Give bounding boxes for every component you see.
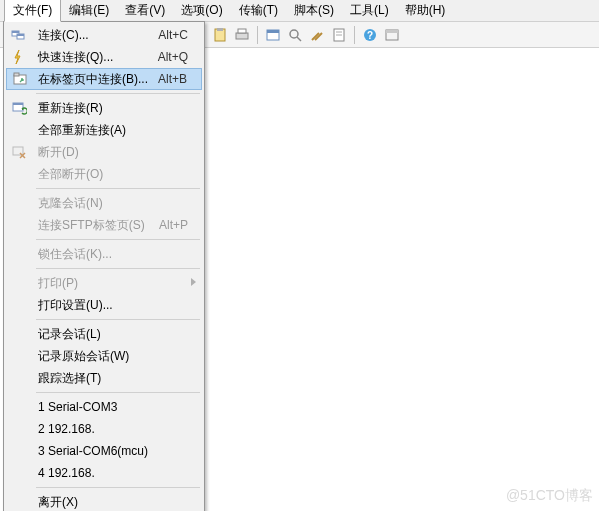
menu-transfer[interactable]: 传输(T) — [231, 0, 286, 21]
menu-edit[interactable]: 编辑(E) — [61, 0, 117, 21]
menu-item-label: 4 192.168. — [32, 466, 202, 480]
toolbar-paste-icon[interactable] — [210, 25, 230, 45]
menu-icon-empty — [6, 491, 32, 511]
menu-icon-empty — [6, 396, 32, 418]
menu-item-shortcut: Alt+Q — [158, 50, 202, 64]
toolbar-settings-icon[interactable] — [307, 25, 327, 45]
toolbar-find-icon[interactable] — [285, 25, 305, 45]
menu-separator — [36, 319, 200, 320]
menu-icon-empty — [6, 243, 32, 265]
menu-options[interactable]: 选项(O) — [173, 0, 230, 21]
menu-item[interactable]: 打印设置(U)... — [6, 294, 202, 316]
svg-rect-2 — [236, 33, 248, 39]
menu-item: 打印(P) — [6, 272, 202, 294]
svg-line-7 — [297, 37, 301, 41]
disconnect-icon — [6, 141, 32, 163]
toolbar-sep — [257, 26, 258, 44]
menu-item[interactable]: 离开(X) — [6, 491, 202, 511]
menu-item-shortcut: Alt+C — [158, 28, 202, 42]
svg-point-6 — [290, 30, 298, 38]
submenu-arrow-icon — [191, 278, 196, 286]
quick-connect-icon — [6, 46, 32, 68]
menu-icon-empty — [6, 272, 32, 294]
menu-script[interactable]: 脚本(S) — [286, 0, 342, 21]
menu-view[interactable]: 查看(V) — [117, 0, 173, 21]
toolbar-print-icon[interactable] — [232, 25, 252, 45]
menu-item: 克隆会话(N) — [6, 192, 202, 214]
toolbar-sep — [354, 26, 355, 44]
menubar: 文件(F) 编辑(E) 查看(V) 选项(O) 传输(T) 脚本(S) 工具(L… — [0, 0, 599, 22]
menu-separator — [36, 392, 200, 393]
menu-item[interactable]: 记录原始会话(W) — [6, 345, 202, 367]
menu-separator — [36, 93, 200, 94]
menu-item[interactable]: 重新连接(R) — [6, 97, 202, 119]
menu-item: 锁住会话(K)... — [6, 243, 202, 265]
svg-rect-1 — [217, 28, 223, 31]
menu-item-label: 锁住会话(K)... — [32, 246, 202, 263]
menu-item[interactable]: 连接(C)...Alt+C — [6, 24, 202, 46]
menu-item[interactable]: 1 Serial-COM3 — [6, 396, 202, 418]
tab-connect-icon — [7, 68, 32, 90]
menu-item-label: 跟踪选择(T) — [32, 370, 202, 387]
svg-text:?: ? — [367, 30, 373, 41]
menu-icon-empty — [6, 214, 32, 236]
menu-item-label: 全部重新连接(A) — [32, 122, 202, 139]
menu-file[interactable]: 文件(F) — [4, 0, 61, 22]
menu-item-label: 克隆会话(N) — [32, 195, 202, 212]
menu-item-label: 记录会话(L) — [32, 326, 202, 343]
menu-item-label: 打印设置(U)... — [32, 297, 202, 314]
menu-icon-empty — [6, 192, 32, 214]
menu-item[interactable]: 跟踪选择(T) — [6, 367, 202, 389]
menu-icon-empty — [6, 345, 32, 367]
menu-item-label: 全部断开(O) — [32, 166, 202, 183]
toolbar-help-icon[interactable]: ? — [360, 25, 380, 45]
menu-item: 断开(D) — [6, 141, 202, 163]
menu-item-shortcut: Alt+B — [158, 72, 201, 86]
menu-separator — [36, 188, 200, 189]
menu-icon-empty — [6, 323, 32, 345]
toolbar-window-icon[interactable] — [382, 25, 402, 45]
watermark: @51CTO博客 — [506, 487, 593, 505]
toolbar-script-icon[interactable] — [329, 25, 349, 45]
svg-rect-19 — [12, 31, 19, 33]
menu-item-label: 记录原始会话(W) — [32, 348, 202, 365]
menu-separator — [36, 239, 200, 240]
menu-separator — [36, 487, 200, 488]
menu-item-label: 2 192.168. — [32, 422, 202, 436]
toolbar-properties-icon[interactable] — [263, 25, 283, 45]
file-dropdown-menu: 连接(C)...Alt+C快速连接(Q)...Alt+Q在标签页中连接(B)..… — [3, 21, 205, 511]
menu-item-label: 在标签页中连接(B)... — [32, 71, 158, 88]
menu-help[interactable]: 帮助(H) — [397, 0, 454, 21]
menu-icon-empty — [6, 367, 32, 389]
menu-item-label: 连接(C)... — [32, 27, 158, 44]
reconnect-icon — [6, 97, 32, 119]
menu-item-label: 离开(X) — [32, 494, 202, 511]
menu-separator — [36, 268, 200, 269]
menu-item-label: 快速连接(Q)... — [32, 49, 158, 66]
menu-item: 全部断开(O) — [6, 163, 202, 185]
menu-item[interactable]: 4 192.168. — [6, 462, 202, 484]
svg-rect-16 — [386, 30, 398, 33]
menu-item[interactable]: 记录会话(L) — [6, 323, 202, 345]
menu-icon-empty — [6, 163, 32, 185]
menu-item[interactable]: 3 Serial-COM6(mcu) — [6, 440, 202, 462]
svg-rect-3 — [238, 29, 246, 33]
menu-tools[interactable]: 工具(L) — [342, 0, 397, 21]
menu-icon-empty — [6, 462, 32, 484]
menu-item-label: 3 Serial-COM6(mcu) — [32, 444, 202, 458]
menu-item[interactable]: 快速连接(Q)...Alt+Q — [6, 46, 202, 68]
menu-item[interactable]: 在标签页中连接(B)...Alt+B — [6, 68, 202, 90]
menu-icon-empty — [6, 294, 32, 316]
menu-item-label: 打印(P) — [32, 275, 202, 292]
menu-item-label: 连接SFTP标签页(S) — [32, 217, 159, 234]
menu-item[interactable]: 2 192.168. — [6, 418, 202, 440]
connections-icon — [6, 24, 32, 46]
menu-item[interactable]: 全部重新连接(A) — [6, 119, 202, 141]
menu-item-shortcut: Alt+P — [159, 218, 202, 232]
svg-rect-22 — [14, 73, 19, 76]
menu-item-label: 断开(D) — [32, 144, 202, 161]
menu-icon-empty — [6, 119, 32, 141]
menu-icon-empty — [6, 418, 32, 440]
svg-rect-5 — [267, 30, 279, 33]
menu-item: 连接SFTP标签页(S)Alt+P — [6, 214, 202, 236]
